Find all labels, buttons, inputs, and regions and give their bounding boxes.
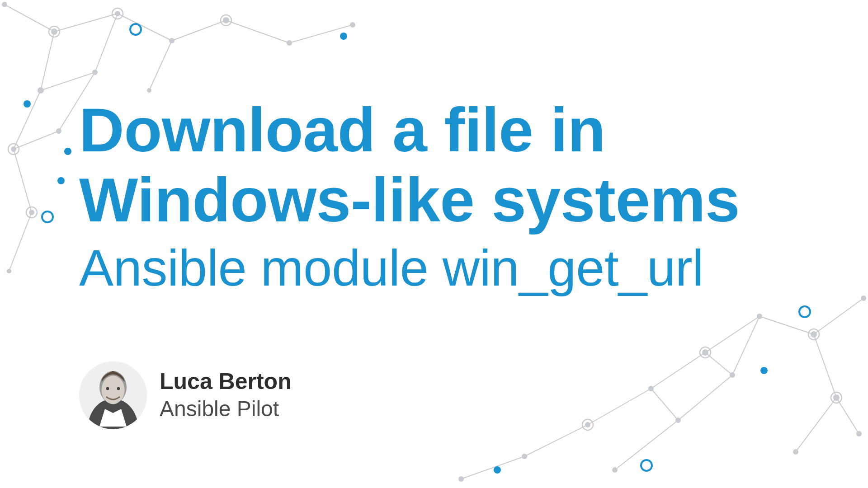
svg-point-72 xyxy=(340,33,347,40)
svg-point-54 xyxy=(585,422,590,427)
svg-point-68 xyxy=(24,100,31,108)
svg-line-2 xyxy=(118,14,172,41)
svg-point-38 xyxy=(11,146,16,152)
svg-point-55 xyxy=(522,454,527,459)
svg-point-42 xyxy=(56,128,61,134)
svg-line-5 xyxy=(289,25,353,43)
svg-line-7 xyxy=(14,90,41,149)
svg-line-18 xyxy=(651,352,705,389)
svg-line-28 xyxy=(651,389,678,420)
title-line-1: Download a file in xyxy=(79,95,850,165)
svg-point-75 xyxy=(760,367,768,374)
svg-line-6 xyxy=(41,32,54,90)
svg-point-67 xyxy=(130,24,141,35)
svg-point-41 xyxy=(92,70,98,75)
svg-point-69 xyxy=(64,148,71,155)
svg-line-9 xyxy=(9,212,32,271)
svg-line-20 xyxy=(524,425,588,456)
svg-point-56 xyxy=(458,476,464,482)
svg-point-44: node xyxy=(112,8,123,19)
svg-line-27 xyxy=(705,352,732,375)
svg-line-19 xyxy=(588,389,651,425)
svg-point-74 xyxy=(641,460,652,471)
svg-point-49 xyxy=(861,296,866,301)
svg-point-51 xyxy=(757,314,762,319)
svg-line-12 xyxy=(149,41,172,90)
svg-line-22 xyxy=(814,334,836,398)
svg-point-81 xyxy=(106,387,109,390)
svg-point-53 xyxy=(648,386,654,391)
title-line-2: Windows-like systems xyxy=(79,165,850,235)
svg-point-62 xyxy=(856,431,862,436)
author-role: Ansible Pilot xyxy=(160,396,292,422)
svg-point-37 xyxy=(38,87,44,94)
author-avatar xyxy=(79,361,147,429)
svg-point-57 xyxy=(833,394,840,401)
svg-point-34 xyxy=(223,17,229,23)
svg-line-21 xyxy=(461,456,524,479)
svg-point-61 xyxy=(612,467,618,473)
svg-point-40 xyxy=(7,269,11,273)
slide-content: Download a file in Windows-like systems … xyxy=(79,95,850,297)
svg-point-66 xyxy=(582,419,593,430)
svg-line-15 xyxy=(814,298,863,334)
svg-point-73 xyxy=(494,466,501,474)
svg-point-50 xyxy=(811,331,817,338)
svg-point-65 xyxy=(831,392,842,403)
subtitle: Ansible module win_get_url xyxy=(79,238,850,297)
svg-point-63 xyxy=(808,329,819,340)
svg-point-30 xyxy=(2,2,7,7)
svg-point-64 xyxy=(700,347,711,358)
svg-point-31 xyxy=(51,28,57,35)
author-block: Luca Berton Ansible Pilot xyxy=(79,361,292,429)
svg-line-17 xyxy=(705,316,760,352)
svg-line-24 xyxy=(732,316,760,375)
svg-point-76 xyxy=(799,306,810,317)
svg-line-16 xyxy=(760,316,814,334)
svg-point-43 xyxy=(147,88,151,93)
svg-point-82 xyxy=(117,387,120,390)
svg-line-4 xyxy=(226,20,289,43)
svg-point-32 xyxy=(115,11,120,16)
svg-point-33 xyxy=(169,38,175,43)
svg-line-23 xyxy=(796,398,836,452)
svg-point-59 xyxy=(730,372,735,378)
svg-line-1 xyxy=(54,14,118,32)
svg-point-45 xyxy=(49,26,60,37)
svg-point-47 xyxy=(26,207,37,218)
svg-point-58 xyxy=(793,449,798,455)
svg-line-14 xyxy=(14,131,59,149)
svg-line-13 xyxy=(41,72,95,90)
svg-point-35 xyxy=(287,40,292,46)
svg-line-10 xyxy=(95,14,118,72)
svg-line-26 xyxy=(615,420,678,470)
svg-point-36 xyxy=(350,22,355,28)
svg-point-70 xyxy=(42,211,53,222)
svg-point-71 xyxy=(57,177,65,184)
svg-line-25 xyxy=(678,375,732,420)
svg-line-29 xyxy=(836,398,859,434)
svg-point-46 xyxy=(8,144,19,155)
svg-point-60 xyxy=(675,418,681,423)
svg-line-3 xyxy=(172,20,226,41)
svg-point-39 xyxy=(29,210,34,215)
svg-line-0 xyxy=(5,5,54,32)
author-name: Luca Berton xyxy=(160,369,292,395)
svg-point-52 xyxy=(702,349,708,356)
svg-line-8 xyxy=(14,149,32,212)
svg-point-48 xyxy=(221,15,231,26)
